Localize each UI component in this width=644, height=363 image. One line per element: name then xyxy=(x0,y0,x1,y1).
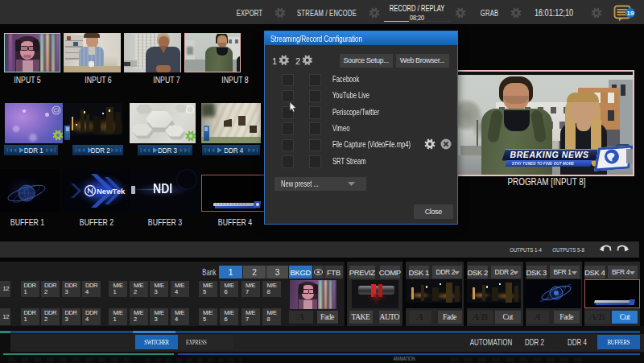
svg-text:NewTek: NewTek xyxy=(97,187,126,196)
svg-text:DDR 2: DDR 2 xyxy=(90,146,109,155)
svg-text:DDR 4: DDR 4 xyxy=(224,146,243,155)
svg-text:DDR 1: DDR 1 xyxy=(23,146,43,155)
svg-text:DDR 3: DDR 3 xyxy=(158,146,177,155)
svg-text:19: 19 xyxy=(627,10,634,17)
